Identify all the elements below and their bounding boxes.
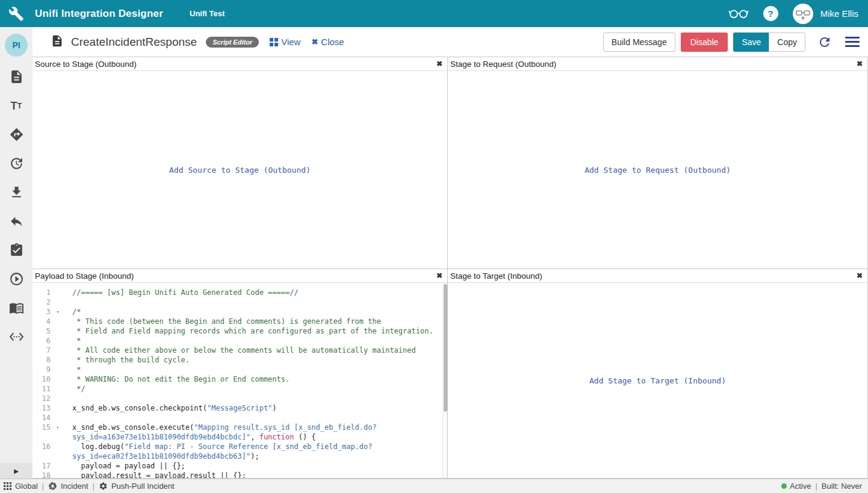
code-text: * WARNING: Do not edit the Begin or End … [72, 374, 447, 384]
disable-button[interactable]: Disable [681, 33, 728, 52]
code-line: 7 * All code either above or below the c… [33, 346, 447, 355]
glasses-icon[interactable] [728, 5, 749, 22]
panel-close-button[interactable]: ✖ [857, 272, 863, 279]
line-number: 2 [33, 297, 51, 307]
clipboard-check-icon[interactable] [8, 242, 25, 258]
navbar-menu-unifi-test[interactable]: Unifi Test [190, 9, 225, 18]
code-text: payload = payload || {}; [72, 461, 447, 471]
build-message-button[interactable]: Build Message [603, 33, 675, 52]
fold-arrow-icon[interactable]: ▾ [51, 423, 65, 432]
grid-icon [4, 482, 11, 490]
line-number-gutter: 6 [33, 336, 72, 346]
code-line: 3▾/* [33, 307, 447, 317]
fold-arrow-icon[interactable]: ▾ [51, 307, 65, 317]
close-record-button[interactable]: ✖ Close [311, 37, 344, 47]
code-line: 14 [33, 413, 447, 423]
line-number: 6 [33, 336, 51, 346]
process-segment[interactable]: Push-Pull Incident [99, 482, 175, 491]
code-line: 2 [33, 297, 447, 307]
history-icon[interactable] [8, 155, 25, 172]
panel-header: Stage to Target (Inbound) ✖ [448, 269, 867, 283]
line-number-gutter: 18 [33, 471, 72, 478]
code-line: 13x_snd_eb.ws_console.checkpoint("Messag… [33, 403, 447, 413]
scrollbar-thumb[interactable] [444, 284, 447, 412]
view-button[interactable]: View [270, 37, 300, 47]
panel-payload-to-stage: Payload to Stage (Inbound) ✖ 1//===== [w… [33, 269, 448, 479]
user-avatar[interactable] [793, 4, 813, 24]
panel-header: Stage to Request (Outbound) ✖ [448, 57, 867, 71]
record-title: CreateIncidentResponse [71, 36, 197, 49]
text-format-icon[interactable]: TT [8, 98, 25, 114]
add-source-to-stage-link[interactable]: Add Source to Stage (Outbound) [169, 166, 311, 175]
line-number: 3 [33, 307, 51, 317]
scope-segment[interactable]: Global [4, 482, 38, 491]
save-button[interactable]: Save [733, 33, 769, 52]
code-line: 17 payload = payload || {}; [33, 461, 447, 471]
panel-stage-to-request: Stage to Request (Outbound) ✖ Add Stage … [448, 57, 868, 269]
sidebar-expand-button[interactable]: ▶ [0, 463, 33, 479]
refresh-icon [817, 35, 832, 49]
line-number: 15 [33, 423, 51, 432]
panel-title: Source to Stage (Outbound) [35, 60, 137, 69]
line-number-gutter: 13 [33, 403, 72, 413]
line-number-gutter: 5 [33, 326, 72, 336]
code-editor[interactable]: 1//===== [ws] Begin Unifi Auto Generated… [33, 283, 447, 478]
panel-title: Payload to Stage (Inbound) [35, 271, 134, 281]
panel-close-button[interactable]: ✖ [857, 60, 863, 67]
line-number-gutter: 3▾ [33, 307, 72, 317]
directions-icon[interactable] [8, 126, 25, 143]
hamburger-menu-button[interactable] [845, 37, 860, 47]
line-number-gutter: 1 [33, 288, 72, 297]
wrench-icon[interactable] [8, 6, 24, 22]
active-status-label: Active [790, 482, 811, 491]
download-icon[interactable] [8, 184, 25, 200]
code-line: sys_id=a163e73e1b11b81090dfdb9ebd4bcbdc]… [33, 432, 447, 442]
code-text: */ [72, 384, 447, 394]
process-label: Push-Pull Incident [111, 482, 175, 491]
application-segment[interactable]: Incident [48, 482, 88, 491]
code-text: payload.result = payload.result || {}; [72, 471, 447, 478]
shutter-icon [48, 482, 57, 491]
script-panels-grid: Source to Stage (Outbound) ✖ Add Source … [33, 57, 868, 479]
line-number-gutter: 10 [33, 374, 72, 384]
code-line: 1//===== [ws] Begin Unifi Auto Generated… [33, 288, 447, 297]
code-text [72, 394, 447, 403]
code-line: sys_id=eca02f3e1b11b81090dfdb9ebd4bcb63]… [33, 451, 447, 461]
code-text: * through the build cycle. [72, 355, 447, 365]
line-number: 9 [33, 365, 51, 374]
document-icon[interactable] [8, 69, 25, 85]
code-text: * [72, 336, 447, 346]
line-number: 12 [33, 394, 51, 403]
user-name[interactable]: Mike Ellis [820, 8, 858, 19]
add-stage-to-request-link[interactable]: Add Stage to Request (Outbound) [584, 166, 731, 175]
line-number: 14 [33, 413, 51, 423]
add-stage-to-target-link[interactable]: Add Stage to Target (Inbound) [589, 376, 726, 385]
undo-icon[interactable] [8, 213, 25, 229]
line-number-gutter: 2 [33, 297, 72, 307]
line-number-gutter: 8 [33, 355, 72, 365]
status-bar: Global | Incident | Push-Pull Incident A… [0, 479, 868, 493]
help-icon[interactable]: ? [763, 6, 778, 21]
copy-button[interactable]: Copy [769, 33, 805, 52]
play-circle-icon[interactable] [8, 271, 25, 287]
code-line: 5 * Field and Field mapping records whic… [33, 326, 447, 336]
code-line: 15▾x_snd_eb.ws_console.execute("Mapping … [33, 423, 447, 432]
line-number [33, 451, 51, 461]
left-sidebar: PI TT [0, 27, 33, 479]
panel-close-button[interactable]: ✖ [436, 60, 442, 67]
line-number: 4 [33, 317, 51, 326]
line-number-gutter: 14 [33, 413, 72, 423]
code-scrollbar[interactable] [442, 283, 447, 478]
code-text: log.debug("Field map: PI - Source Refere… [72, 442, 447, 451]
line-number-gutter: 7 [33, 346, 72, 355]
code-text: * Field and Field mapping records which … [72, 326, 447, 336]
code-ethernet-icon[interactable] [8, 329, 25, 345]
pi-app-avatar[interactable]: PI [5, 34, 28, 57]
panel-close-button[interactable]: ✖ [436, 272, 442, 279]
code-line: 11 */ [33, 384, 447, 394]
line-number-gutter: 16 [33, 442, 72, 451]
refresh-button[interactable] [817, 35, 832, 49]
book-icon[interactable] [8, 300, 25, 316]
code-text [72, 413, 447, 423]
record-header: CreateIncidentResponse Script Editor Vie… [33, 27, 868, 57]
